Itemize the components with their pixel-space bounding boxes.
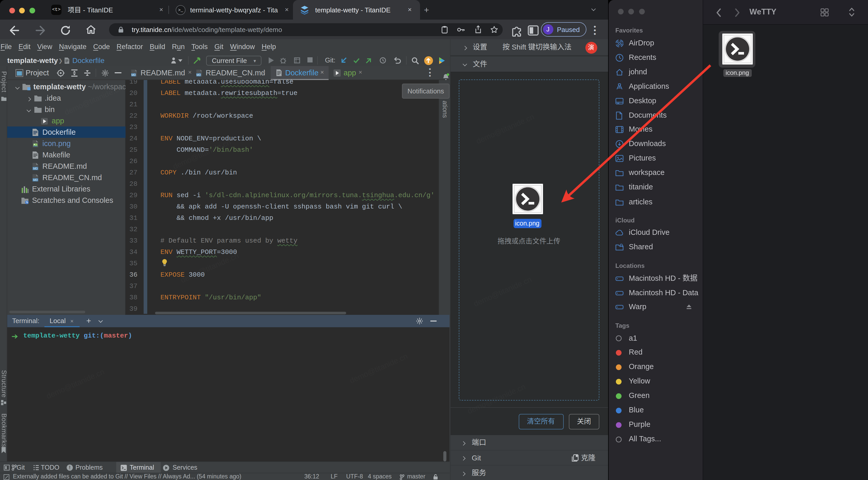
svg-text:MD: MD: [33, 178, 37, 181]
svg-text:MD: MD: [33, 167, 37, 170]
svg-text:MD: MD: [131, 73, 135, 76]
svg-text:MD: MD: [196, 73, 201, 76]
